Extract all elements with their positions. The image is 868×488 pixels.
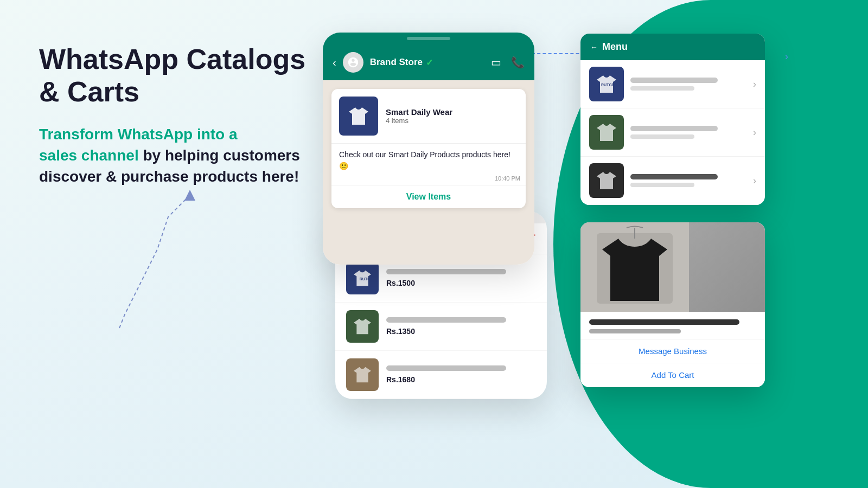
- catalog-message-bubble: Smart Daily Wear 4 items Check out our S…: [331, 89, 526, 208]
- chat-header: ‹ Brand Store ✓ ▭ 📞: [323, 44, 534, 80]
- product-price-1: Rs.1500: [386, 279, 536, 287]
- product-name-bar-1: [386, 269, 506, 274]
- menu-item-arrow-1: ›: [753, 79, 756, 90]
- message-business-button[interactable]: Message Business: [580, 339, 765, 363]
- contact-avatar: [343, 52, 363, 73]
- menu-back-icon[interactable]: ←: [590, 43, 598, 52]
- product-name-bar-2: [386, 317, 506, 323]
- message-timestamp: 10:40 PM: [331, 175, 526, 185]
- arrow-right-icon: ›: [785, 51, 788, 62]
- menu-item-info-2: [630, 126, 746, 139]
- product-price-3: Rs.1680: [386, 375, 536, 384]
- catalog-message-text: Check out our Smart Daily Products produ…: [331, 144, 526, 175]
- menu-title: Menu: [602, 41, 628, 53]
- svg-marker-0: [184, 190, 195, 201]
- product-thumbnail-2: [346, 310, 379, 343]
- left-section: WhatsApp Catalogs & Carts Transform What…: [39, 43, 310, 187]
- verified-icon: ✓: [426, 57, 433, 68]
- svg-text:RUTGERS: RUTGERS: [601, 83, 617, 87]
- product-info-2: Rs.1350: [386, 317, 536, 336]
- catalog-info: Smart Daily Wear 4 items: [386, 107, 452, 125]
- product-desc-bar: [589, 329, 681, 333]
- detail-actions: Message Business Add To Cart: [580, 339, 765, 387]
- product-name-bar-3: [386, 365, 506, 371]
- product-info-1: Rs.1500: [386, 269, 536, 287]
- menu-item-img-3: [589, 163, 624, 198]
- menu-item-arrow-2: ›: [753, 127, 756, 138]
- view-items-button[interactable]: View Items: [331, 185, 526, 208]
- menu-panel: ← Menu RUTGERS ›: [580, 34, 765, 205]
- chat-body: Smart Daily Wear 4 items Check out our S…: [323, 80, 534, 265]
- catalog-thumbnail: [339, 97, 378, 136]
- catalog-preview: Smart Daily Wear 4 items: [331, 89, 526, 143]
- video-call-icon[interactable]: ▭: [491, 56, 501, 69]
- phone-chat-mockup: ‹ Brand Store ✓ ▭ 📞: [323, 33, 534, 265]
- product-info-3: Rs.1680: [386, 365, 536, 384]
- product-detail-image: [580, 222, 765, 312]
- menu-item-1[interactable]: RUTGERS ›: [580, 60, 765, 108]
- product-thumbnail-3: [346, 358, 379, 391]
- menu-item-info-1: [630, 78, 746, 91]
- menu-item-img-1: RUTGERS: [589, 67, 624, 101]
- menu-item-arrow-3: ›: [753, 175, 756, 187]
- voice-call-icon[interactable]: 📞: [511, 56, 525, 69]
- product-item-2[interactable]: Rs.1350: [335, 303, 547, 351]
- menu-header: ← Menu: [580, 34, 765, 60]
- product-name-bar: [589, 319, 739, 325]
- page-title: WhatsApp Catalogs & Carts: [39, 43, 310, 108]
- menu-item-info-3: [630, 174, 746, 187]
- menu-item-3[interactable]: ›: [580, 157, 765, 205]
- dashed-arrow-decoration: [108, 184, 217, 336]
- subtitle: Transform WhatsApp into a sales channel …: [39, 124, 310, 188]
- menu-item-img-2: [589, 115, 624, 150]
- product-price-2: Rs.1350: [386, 327, 536, 336]
- back-arrow-icon[interactable]: ‹: [333, 56, 336, 69]
- add-to-cart-button[interactable]: Add To Cart: [580, 363, 765, 387]
- product-detail-text: [580, 312, 765, 339]
- svg-text:RUTGERS: RUTGERS: [360, 277, 372, 281]
- product-detail-panel: Message Business Add To Cart: [580, 222, 765, 387]
- contact-name: Brand Store ✓: [370, 57, 484, 68]
- product-thumbnail-1: RUTGERS: [346, 262, 379, 294]
- chat-header-icons: ▭ 📞: [491, 56, 525, 69]
- menu-item-2[interactable]: ›: [580, 108, 765, 157]
- product-item-3[interactable]: Rs.1680: [335, 351, 547, 399]
